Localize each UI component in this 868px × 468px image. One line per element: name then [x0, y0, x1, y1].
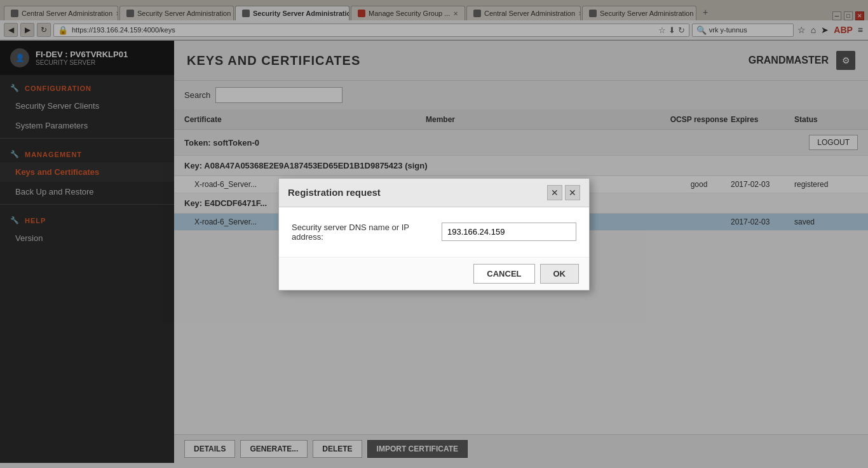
modal-field-row: Security server DNS name or IP address: [292, 223, 576, 242]
modal-footer: CANCEL OK [279, 257, 589, 290]
modal-header-buttons: ✕ ✕ [547, 185, 580, 200]
modal-ip-input[interactable] [442, 223, 576, 241]
modal-ok-button[interactable]: OK [540, 264, 580, 284]
modal-cancel-button[interactable]: CANCEL [473, 264, 534, 284]
modal-body: Security server DNS name or IP address: [279, 207, 589, 257]
modal-close-button[interactable]: ✕ [565, 185, 580, 200]
modal-title: Registration request [288, 187, 381, 198]
modal-header: Registration request ✕ ✕ [279, 179, 589, 207]
modal-field-label: Security server DNS name or IP address: [292, 223, 431, 242]
modal-overlay: Registration request ✕ ✕ Security server… [0, 0, 868, 463]
registration-request-modal: Registration request ✕ ✕ Security server… [278, 178, 590, 291]
modal-minimize-button[interactable]: ✕ [547, 185, 562, 200]
